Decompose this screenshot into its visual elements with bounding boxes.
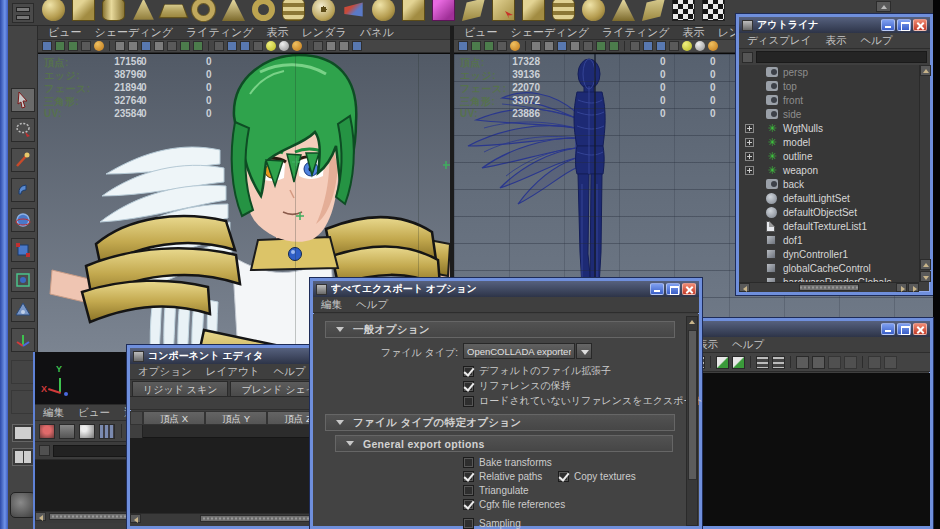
field-chart-icon[interactable] [583,41,593,51]
list-item[interactable]: hardwareRenderGlobals [739,275,919,282]
scroll-up-button-2[interactable] [920,259,931,270]
column-header[interactable]: 頂点 X [143,411,205,425]
checkbox-preserve-references[interactable] [463,381,474,392]
traversal-icon[interactable] [868,356,881,369]
image-plane-icon[interactable] [484,41,494,51]
poly-soccer-ball-icon[interactable] [312,0,335,21]
poly-plane-icon[interactable] [158,4,188,18]
minimize-button[interactable] [881,19,895,31]
poly-grey-sphere-icon[interactable] [582,0,605,21]
gate-mask-icon[interactable] [570,41,580,51]
move-tool-button[interactable] [11,178,35,202]
scroll-down-button[interactable] [920,271,931,282]
menu-help[interactable]: ヘルプ [273,365,305,379]
burst-layout-icon[interactable] [844,356,857,369]
minimize-button[interactable] [650,283,664,295]
poly-sphere2-icon[interactable] [372,0,395,21]
lasso-tool-button[interactable] [11,118,35,142]
list-item[interactable]: defaultTextureList1 [739,219,919,233]
list-item[interactable]: dof1 [739,233,919,247]
menu-renderer[interactable]: レンダラ [302,25,347,40]
poly-cube-icon[interactable] [72,0,95,21]
list-item[interactable]: side [739,107,919,121]
list-item[interactable]: outline [739,149,919,163]
minimize-button[interactable] [881,323,895,335]
menu-help[interactable]: ヘルプ [732,338,764,352]
list-item[interactable]: defaultLightSet [739,191,919,205]
xray-icon[interactable] [339,41,349,51]
list-item[interactable]: persp [739,65,919,79]
list-item[interactable]: back [739,177,919,191]
scroll-right-button-2[interactable] [908,283,919,292]
poly-rock-icon[interactable] [642,0,665,21]
outliner-vscrollbar[interactable] [919,65,930,282]
dialog-vscrollbar[interactable] [686,316,698,526]
checker-b-icon[interactable] [702,0,725,21]
menu-edit[interactable]: 編集 [321,298,342,312]
2d-pan-icon[interactable] [81,41,91,51]
checkbox-row[interactable]: Triangulate [463,485,529,496]
grease-pencil-icon[interactable] [510,41,520,51]
filter-field[interactable] [53,445,138,457]
camera-attrs-icon[interactable] [42,41,52,51]
grid-toggle-icon[interactable] [115,41,125,51]
graph-canvas[interactable] [689,373,930,526]
scroll-thumb[interactable] [799,284,859,291]
checkbox-row[interactable]: リファレンスの保持 [463,379,571,393]
checker-a-icon[interactable] [672,0,695,21]
gate-mask-icon[interactable] [154,41,164,51]
menu-view[interactable]: ビュー [48,25,82,40]
menu-show[interactable]: 表示 [683,25,705,40]
maximize-button[interactable] [897,323,911,335]
checkbox-row[interactable]: ロードされていないリファレンスをエクスポート [463,394,704,408]
menu-view[interactable]: ビュー [78,406,110,420]
scroll-up-button[interactable] [920,65,931,76]
frame-selected-icon[interactable] [812,356,825,369]
tab-rigid-skins[interactable]: リジッド スキン [132,381,228,396]
joints-xray-icon[interactable] [352,41,362,51]
wireframe-icon[interactable] [214,41,224,51]
poly-pipe-icon[interactable] [252,0,275,21]
poly-diamond-icon[interactable] [612,0,635,21]
menu-shading[interactable]: シェーディング [95,25,174,40]
dropdown-arrow-button[interactable] [576,343,592,359]
textured-icon[interactable] [240,41,250,51]
subdiv-magenta-cube-icon[interactable] [432,0,455,21]
poly-cone-icon[interactable] [132,0,155,21]
bookmark-icon[interactable] [471,41,481,51]
all-lights-icon[interactable] [682,41,692,51]
bookmark-nodes-icon[interactable] [884,356,897,369]
shadows-icon[interactable] [313,41,323,51]
column-header[interactable]: 頂点 Y [205,411,267,425]
maximize-button[interactable] [666,283,680,295]
menu-display[interactable]: ディスプレイ [747,34,811,48]
textured-icon[interactable] [656,41,666,51]
poly-combine-icon[interactable] [522,0,545,21]
poly-sphere-icon[interactable] [42,0,65,21]
menu-help[interactable]: ヘルプ [356,298,388,312]
collapse-triangle-icon[interactable] [336,327,344,332]
scene-hierarchy-icon[interactable] [716,356,729,369]
list-item[interactable]: model [739,135,919,149]
select-tool-button[interactable] [11,88,35,112]
list-item[interactable]: dynController1 [739,247,919,261]
poly-helix-icon[interactable] [282,0,305,21]
poly-coins-icon[interactable] [552,0,575,21]
menu-edit[interactable]: 編集 [43,406,64,420]
shelf-scroll-up[interactable] [876,1,891,12]
filter-icon[interactable] [39,445,50,456]
maximize-button[interactable] [897,19,911,31]
checkbox-triangulate[interactable] [463,485,474,496]
bookmark-icon[interactable] [55,41,65,51]
checkbox-row[interactable]: Sampling [463,518,521,529]
menu-show[interactable]: 表示 [825,34,846,48]
checkbox-row[interactable]: Bake transforms [463,457,552,468]
checkbox-default-file-ext[interactable] [463,366,474,377]
grid-toggle-icon[interactable] [531,41,541,51]
checkbox-row[interactable]: Relative paths [463,471,542,482]
list-item[interactable]: defaultObjectSet [739,205,919,219]
list-item[interactable]: globalCacheControl [739,261,919,275]
poly-cube-arrow-icon[interactable] [492,0,515,21]
film-gate-icon[interactable] [128,41,138,51]
universal-manipulator-button[interactable] [11,268,35,292]
